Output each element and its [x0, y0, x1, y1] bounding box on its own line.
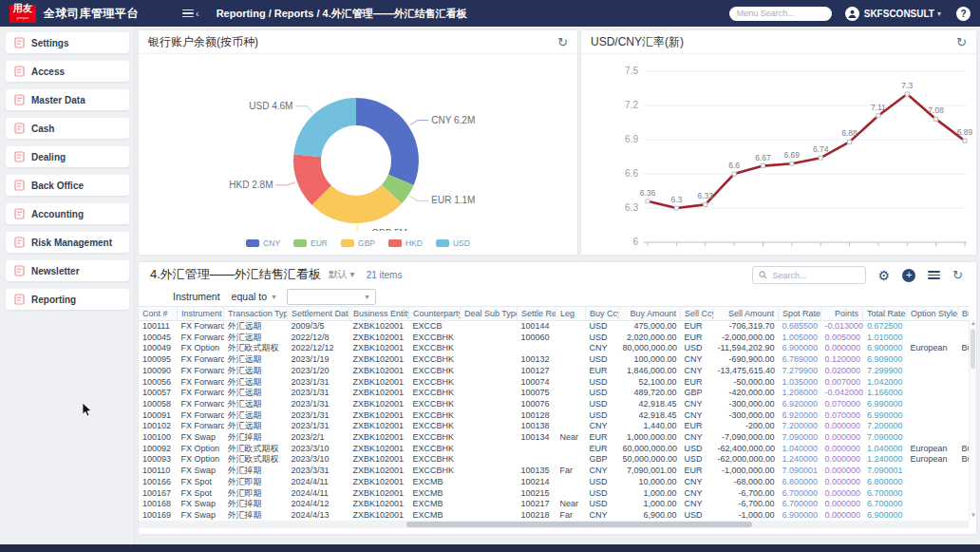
cell: 外汇远期	[224, 399, 288, 410]
legend-item-GBP[interactable]: GBP	[341, 238, 375, 248]
column-header[interactable]: Instrument	[178, 307, 224, 321]
username[interactable]: SKFSCONSULT	[864, 9, 934, 19]
sidebar-item-cash[interactable]: Cash	[6, 118, 129, 139]
cell: 2023/1/31	[288, 377, 349, 389]
table-row[interactable]: 100166FX Spot外汇即期2024/4/11ZXBK102001EXCM…	[139, 477, 969, 488]
column-header[interactable]: Option Style	[907, 307, 958, 321]
column-header[interactable]: Counterparty	[409, 307, 461, 321]
cell: 7.279900	[779, 366, 821, 377]
refresh-icon[interactable]: ↻	[557, 36, 568, 48]
vertical-scrollbar[interactable]: ▲ ▼	[969, 319, 976, 520]
sidebar-item-newsletter[interactable]: Newsletter	[6, 260, 129, 281]
sidebar-item-access[interactable]: Access	[6, 61, 129, 82]
column-header[interactable]: Buy Sell	[958, 307, 970, 321]
scrollbar-thumb[interactable]	[971, 329, 975, 369]
sidebar-item-dealing[interactable]: Dealing	[6, 146, 129, 167]
table-row[interactable]: 100092FX Option外汇欧式期权2023/3/10ZXBK102001…	[139, 444, 969, 455]
column-header[interactable]: Sell Amount	[714, 307, 779, 321]
column-header[interactable]: Total Rate	[863, 307, 907, 321]
cell: -11,594,202.90	[714, 343, 779, 354]
column-header[interactable]: Leg	[556, 307, 586, 321]
list-view-icon[interactable]	[928, 269, 940, 282]
cell	[461, 454, 518, 466]
cell: USD	[586, 477, 619, 488]
cell: -1,000.00	[714, 510, 779, 522]
column-header[interactable]: Transaction Type	[224, 307, 288, 321]
refresh-icon[interactable]: ↻	[956, 36, 967, 48]
horizontal-scrollbar[interactable]	[139, 521, 969, 528]
cell: 2023/1/20	[288, 366, 349, 377]
settings-gear-icon[interactable]: ⚙	[878, 269, 891, 282]
column-header[interactable]: Settle Ref	[518, 307, 556, 321]
table-row[interactable]: 100111FX Forward外汇远期2009/3/5ZXBK102001EX…	[139, 321, 969, 333]
line-point	[934, 117, 938, 121]
sidebar-item-settings[interactable]: Settings	[6, 32, 129, 53]
sidebar-item-master-data[interactable]: Master Data	[6, 89, 129, 110]
sidebar-collapse-button[interactable]: ‹	[182, 8, 199, 20]
table-search[interactable]	[752, 266, 866, 284]
column-header[interactable]: Settlement Date	[288, 307, 349, 321]
cell: European	[907, 444, 958, 455]
table-row[interactable]: 100058FX Forward外汇远期2023/1/31ZXBK102001E…	[139, 399, 969, 410]
add-record-button[interactable]: +	[902, 269, 915, 282]
filter-value-combobox[interactable]: ▼	[287, 289, 376, 305]
user-avatar-icon[interactable]	[845, 7, 859, 21]
column-header[interactable]: Cont #	[139, 307, 178, 321]
scrollbar-thumb[interactable]	[406, 522, 752, 527]
scroll-down-icon[interactable]: ▼	[970, 511, 977, 520]
chevron-down-icon[interactable]: ▾	[937, 10, 941, 18]
legend-item-USD[interactable]: USD	[436, 238, 470, 248]
table-row[interactable]: 100056FX Forward外汇远期2023/1/31ZXBK102001E…	[139, 377, 969, 389]
table-row[interactable]: 100049FX Option外汇欧式期权2022/12/12ZXBK10200…	[139, 343, 969, 354]
table-row[interactable]: 100090FX Forward外汇远期2023/1/20ZXBK102001E…	[139, 366, 969, 377]
filter-operator-select[interactable]: equal to	[232, 291, 267, 302]
refresh-icon[interactable]: ↻	[952, 269, 963, 281]
table-row[interactable]: 100167FX Spot外汇即期2024/4/11ZXBK102001EXCM…	[139, 488, 969, 500]
column-header[interactable]: Points	[821, 307, 863, 321]
column-header[interactable]: Buy Amount	[619, 307, 681, 321]
cell	[907, 366, 958, 377]
donut-slice-USD[interactable]	[293, 98, 356, 157]
cell: 1,846,000.00	[619, 366, 681, 377]
legend-item-EUR[interactable]: EUR	[293, 238, 328, 248]
column-header[interactable]: Deal Sub Type	[461, 307, 518, 321]
table-row[interactable]: 100093FX Option外汇欧式期权2023/3/10ZXBK102001…	[139, 454, 969, 466]
cell: 2,020,000.00	[619, 333, 681, 344]
sidebar-item-accounting[interactable]: Accounting	[6, 203, 129, 224]
table-row[interactable]: 100102FX Forward外汇远期2023/1/31ZXBK102001E…	[139, 421, 969, 432]
donut-slice-CNY[interactable]	[356, 98, 419, 185]
column-header[interactable]: Buy Ccy	[586, 307, 619, 321]
legend-item-CNY[interactable]: CNY	[246, 238, 280, 248]
cell: 7.200000	[863, 421, 907, 432]
menu-search-input[interactable]	[729, 7, 832, 21]
cell	[958, 354, 970, 366]
column-header[interactable]: Business Entity	[349, 307, 409, 321]
sidebar-item-back-office[interactable]: Back Office	[6, 175, 129, 196]
y-axis-tick-label: 6.3	[625, 202, 638, 213]
view-selector[interactable]: 默认 ▾	[329, 268, 355, 281]
cell: ZXBK102001	[349, 421, 409, 432]
cell: USD	[586, 399, 619, 410]
column-header[interactable]: Sell Ccy	[681, 307, 714, 321]
column-header[interactable]: Spot Rate	[779, 307, 821, 321]
table-row[interactable]: 100095FX Forward外汇远期2023/1/19ZXBK102001E…	[139, 354, 969, 366]
table-row[interactable]: 100057FX Forward外汇远期2023/1/31ZXBK102001E…	[139, 388, 969, 399]
table-row[interactable]: 100100FX Swap外汇掉期2023/2/1ZXBK102001EXCCB…	[139, 432, 969, 444]
sidebar-item-reporting[interactable]: Reporting	[6, 289, 129, 310]
cell: ZXBK102001	[349, 377, 409, 389]
table-search-input[interactable]	[771, 270, 860, 281]
help-button[interactable]: ?	[956, 7, 971, 21]
table-row[interactable]: 100168FX Swap外汇掉期2024/4/12ZXBK102001EXCM…	[139, 499, 969, 510]
legend-item-HKD[interactable]: HKD	[388, 238, 423, 248]
cell: 2024/4/11	[288, 488, 349, 500]
table-row[interactable]: 100091FX Forward外汇远期2023/1/31ZXBK102001E…	[139, 410, 969, 422]
cell: 50,000,000.00	[619, 454, 681, 466]
table-row[interactable]: 100110FX Swap外汇掉期2023/3/31ZXBK102001EXCC…	[139, 466, 969, 477]
table-row[interactable]: 100169FX Swap外汇掉期2024/4/13ZXBK102001EXCM…	[139, 510, 969, 522]
cell: 6.990000	[863, 410, 907, 422]
table-row[interactable]: 100045FX Forward外汇远期2022/12/8ZXBK102001E…	[139, 333, 969, 344]
cell	[556, 343, 586, 354]
scroll-up-icon[interactable]: ▲	[970, 319, 977, 328]
sidebar-item-risk-management[interactable]: Risk Management	[6, 232, 129, 253]
filter-field[interactable]: Instrument	[173, 291, 220, 302]
